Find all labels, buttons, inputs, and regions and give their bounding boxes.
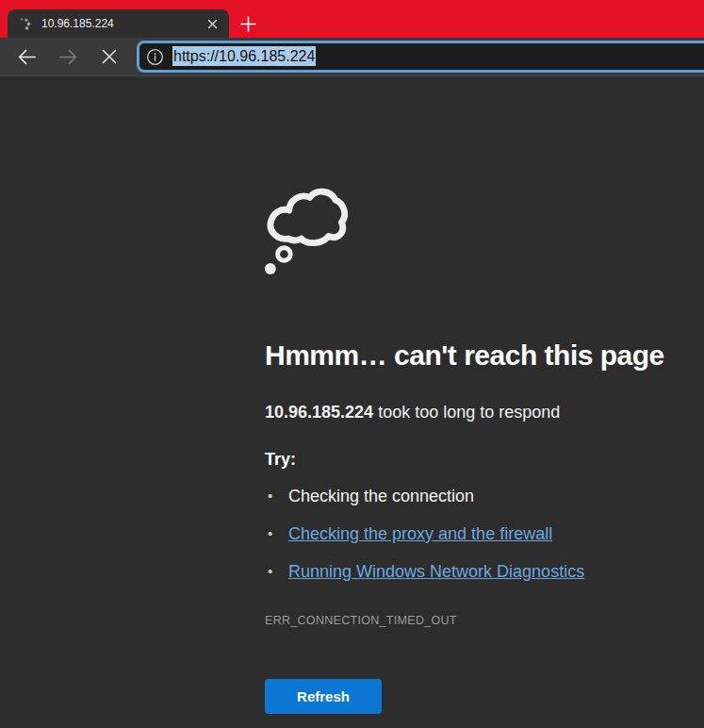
host-name: 10.96.185.224 [265,403,373,422]
plus-icon [239,15,257,33]
list-item: Checking the proxy and the firewall [265,523,689,544]
page-title: Hmmm… can't reach this page [265,337,689,374]
browser-window: 10.96.185.224 [0,0,704,728]
forward-button[interactable] [55,43,81,70]
page-subtitle: 10.96.185.224 took too long to respond [265,402,689,422]
error-page: Hmmm… can't reach this page 10.96.185.22… [0,76,704,727]
browser-tab[interactable]: 10.96.185.224 [8,9,229,38]
address-bar[interactable]: https://10.96.185.224 [137,41,704,73]
suggestion-text: Checking the connection [288,487,474,505]
arrow-left-icon [16,46,38,68]
tab-close-icon[interactable] [202,13,222,34]
proxy-firewall-link[interactable]: Checking the proxy and the firewall [288,524,552,543]
suggestion-list: Checking the connection Checking the pro… [265,486,689,582]
close-x-icon [101,48,118,65]
navigation-toolbar: https://10.96.185.224 [0,38,704,76]
loading-spinner-icon [16,15,33,32]
new-tab-button[interactable] [236,11,260,36]
error-content: Hmmm… can't reach this page 10.96.185.22… [265,76,689,714]
info-circle-icon[interactable] [146,48,164,66]
network-diagnostics-link[interactable]: Running Windows Network Diagnostics [288,562,584,581]
subtitle-text: took too long to respond [373,403,560,422]
arrow-right-icon [57,46,79,68]
list-item: Running Windows Network Diagnostics [265,561,689,582]
refresh-button[interactable]: Refresh [265,679,382,714]
try-label: Try: [265,449,689,470]
thought-bubble-icon [262,182,352,278]
url-input[interactable]: https://10.96.185.224 [172,48,316,65]
back-button[interactable] [13,43,40,70]
url-selected-text: https://10.96.185.224 [172,46,316,66]
stop-button[interactable] [96,43,123,70]
tab-strip: 10.96.185.224 [0,0,704,38]
error-code: ERR_CONNECTION_TIMED_OUT [265,613,689,628]
list-item: Checking the connection [265,486,689,506]
tab-title: 10.96.185.224 [41,17,114,30]
